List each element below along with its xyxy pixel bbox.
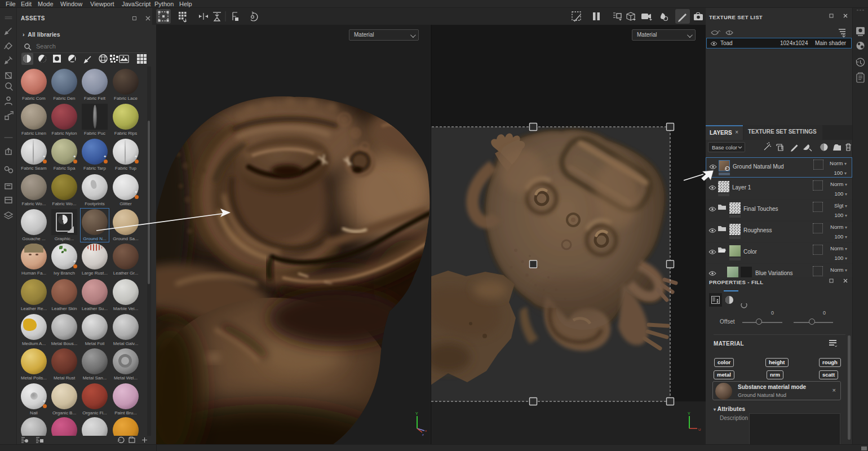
svg-text:Y: Y xyxy=(415,412,418,415)
svg-text:U: U xyxy=(698,428,701,431)
svg-text:Y: Y xyxy=(688,412,690,415)
svg-text:z: z xyxy=(422,433,424,436)
svg-text:x: x xyxy=(425,429,427,432)
